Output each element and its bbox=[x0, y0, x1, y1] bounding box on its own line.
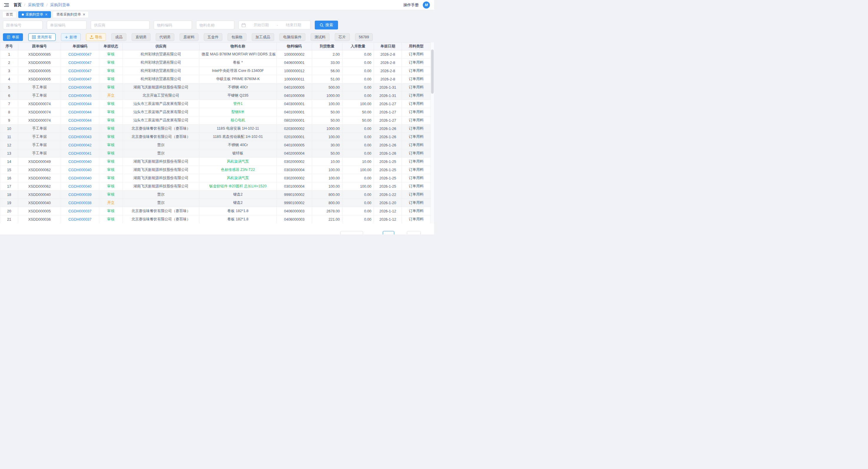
category-filter-button[interactable]: 电脑组装件 bbox=[279, 33, 306, 41]
doc-no-link[interactable]: CGDH000040 bbox=[61, 182, 99, 190]
doc-no-link[interactable]: CGDH000037 bbox=[61, 207, 99, 215]
cell-usage-type: 订单用料 bbox=[402, 166, 431, 174]
tab-close-icon[interactable]: × bbox=[45, 12, 48, 17]
document-button[interactable]: 单据 bbox=[3, 33, 23, 41]
cell-material-name: 平键钢 Q235 bbox=[199, 92, 277, 100]
doc-no-link[interactable]: CGDH000046 bbox=[61, 83, 99, 92]
cell-status: 开立 bbox=[99, 92, 123, 100]
filter-input-5[interactable] bbox=[196, 21, 235, 29]
doc-no-link[interactable]: CGDH000040 bbox=[61, 157, 99, 166]
end-date-placeholder[interactable]: 结束日期 bbox=[280, 22, 307, 28]
cell-doc-date: 2026-1-12 bbox=[374, 207, 402, 215]
toolbar: 单据查询所有新增导出成品直销类代销类原材料五金件包装物加工成品电脑组装件测试料芯… bbox=[0, 32, 434, 42]
tab-item[interactable]: 首页 bbox=[2, 11, 17, 18]
tab-item[interactable]: 采购到货单× bbox=[18, 11, 51, 18]
cell-usage-type: 订单用料 bbox=[402, 157, 431, 166]
table-row: 16XSDD000062CGDH000040审核湖南飞沃新能源科技股份有限公司风… bbox=[0, 174, 431, 182]
breadcrumb-item[interactable]: 采购管理 bbox=[28, 2, 44, 8]
doc-no-link[interactable]: CGDH000047 bbox=[61, 50, 99, 59]
tab-close-icon[interactable]: × bbox=[83, 12, 85, 17]
category-filter-button[interactable]: 五金件 bbox=[204, 33, 223, 41]
doc-no-link[interactable]: CGDH000038 bbox=[61, 199, 99, 207]
cell-material-name: 风机旋涡气泵 bbox=[199, 174, 277, 182]
cell-usage-type: 订单用料 bbox=[402, 199, 431, 207]
doc-no-link[interactable]: CGDH000044 bbox=[61, 116, 99, 125]
pagination-control[interactable] bbox=[407, 231, 421, 235]
doc-no-link[interactable]: CGDH000040 bbox=[61, 166, 99, 174]
doc-no-link[interactable]: CGDH000044 bbox=[61, 100, 99, 108]
tab-item[interactable]: 查看采购到货单× bbox=[53, 11, 89, 18]
doc-no-link[interactable]: CGDH000039 bbox=[61, 190, 99, 199]
doc-no-link[interactable]: CGDH000047 bbox=[61, 75, 99, 83]
cell-inbound-qty: 0.00 bbox=[342, 50, 374, 59]
category-filter-button[interactable]: 包装物 bbox=[227, 33, 246, 41]
category-filter-button[interactable]: 加工成品 bbox=[252, 33, 274, 41]
doc-no-link[interactable]: CGDH000040 bbox=[61, 174, 99, 182]
cell-material-code: 9990100002 bbox=[277, 190, 312, 199]
filter-input-2[interactable] bbox=[47, 21, 87, 29]
doc-no-link[interactable]: CGDH000041 bbox=[61, 149, 99, 157]
breadcrumb-separator: / bbox=[46, 3, 48, 7]
column-header-material-code: 物料编码 bbox=[277, 43, 312, 50]
cell-seq: 8 bbox=[0, 108, 18, 116]
cell-usage-type: 订单用料 bbox=[402, 215, 431, 224]
cell-arrival-qty: 30.00 bbox=[312, 141, 342, 149]
filter-input-4[interactable] bbox=[154, 21, 192, 29]
doc-no-link[interactable]: CGDH000044 bbox=[61, 108, 99, 116]
category-filter-button[interactable]: 成品 bbox=[111, 33, 126, 41]
tab-bar: 首页采购到货单×查看采购到货单× bbox=[0, 10, 434, 18]
cell-doc-date: 2026-1-25 bbox=[374, 157, 402, 166]
cell-doc-date: 2026-1-25 bbox=[374, 182, 402, 190]
doc-no-link[interactable]: CGDH000047 bbox=[61, 67, 99, 75]
category-filter-button[interactable]: 芯片 bbox=[335, 33, 350, 41]
doc-no-link[interactable]: CGDH000045 bbox=[61, 92, 99, 100]
cell-order-no: 手工单据 bbox=[18, 149, 61, 157]
category-filter-button[interactable]: 原材料 bbox=[180, 33, 198, 41]
breadcrumb-item[interactable]: 采购到货单 bbox=[50, 2, 70, 8]
manual-link[interactable]: 操作手册 bbox=[403, 2, 419, 8]
cell-order-no: XSDD000062 bbox=[18, 166, 61, 174]
doc-no-link[interactable]: CGDH000043 bbox=[61, 133, 99, 141]
cell-supplier: 北京赛佳味餐饮有限公司（赛百味） bbox=[123, 133, 199, 141]
scrollbar-thumb[interactable] bbox=[431, 50, 434, 94]
cell-arrival-qty: 10.00 bbox=[312, 157, 342, 166]
category-filter-button[interactable]: 直销类 bbox=[132, 33, 151, 41]
cell-status: 审核 bbox=[99, 75, 123, 83]
doc-no-link[interactable]: CGDH000037 bbox=[61, 215, 99, 224]
cell-material-name: 风机旋涡气泵 bbox=[199, 157, 277, 166]
page-size-select[interactable] bbox=[340, 231, 363, 235]
table-row: 21XSDD000036CGDH000037审核北京赛佳味餐饮有限公司（赛百味）… bbox=[0, 215, 431, 224]
cell-inbound-qty: 0.00 bbox=[342, 141, 374, 149]
search-button[interactable]: 搜索 bbox=[315, 21, 338, 29]
category-filter-button[interactable]: 56789 bbox=[355, 33, 373, 41]
add-button[interactable]: 新增 bbox=[61, 33, 81, 41]
start-date-placeholder[interactable]: 开始日期 bbox=[247, 22, 275, 28]
avatar[interactable]: M bbox=[423, 1, 430, 8]
cell-doc-date: 2026-1-27 bbox=[374, 116, 402, 125]
category-filter-button[interactable]: 代销类 bbox=[156, 33, 175, 41]
filter-input-1[interactable] bbox=[3, 21, 43, 29]
category-filter-button[interactable]: 测试料 bbox=[311, 33, 330, 41]
cell-inbound-qty: 0.00 bbox=[342, 149, 374, 157]
cell-material-name: 118S 电容安装 1H-102-11 bbox=[199, 125, 277, 133]
cell-status: 审核 bbox=[99, 83, 123, 92]
export-button[interactable]: 导出 bbox=[86, 33, 106, 41]
breadcrumb-item[interactable]: 首页 bbox=[13, 2, 22, 8]
pagination-active-page[interactable] bbox=[383, 231, 394, 235]
doc-no-link[interactable]: CGDH000042 bbox=[61, 141, 99, 149]
doc-no-link[interactable]: CGDH000047 bbox=[61, 59, 99, 67]
date-range-picker[interactable]: 开始日期 - 结束日期 bbox=[239, 21, 311, 29]
cell-inbound-qty: 0.00 bbox=[342, 215, 374, 224]
cell-status: 审核 bbox=[99, 149, 123, 157]
query-all-button[interactable]: 查询所有 bbox=[28, 33, 56, 41]
cell-arrival-qty: 221.00 bbox=[312, 215, 342, 224]
cell-material-name: 镀锌板 bbox=[199, 149, 277, 157]
cell-arrival-qty: 100.00 bbox=[312, 133, 342, 141]
cell-status: 审核 bbox=[99, 215, 123, 224]
filter-input-3[interactable] bbox=[91, 21, 150, 29]
cell-inbound-qty: 50.00 bbox=[342, 108, 374, 116]
menu-toggle-icon[interactable] bbox=[4, 3, 9, 7]
doc-no-link[interactable]: CGDH000043 bbox=[61, 125, 99, 133]
cell-material-name: 色标传感器 Z3N-T22 bbox=[199, 166, 277, 174]
cell-usage-type: 订单用料 bbox=[402, 100, 431, 108]
